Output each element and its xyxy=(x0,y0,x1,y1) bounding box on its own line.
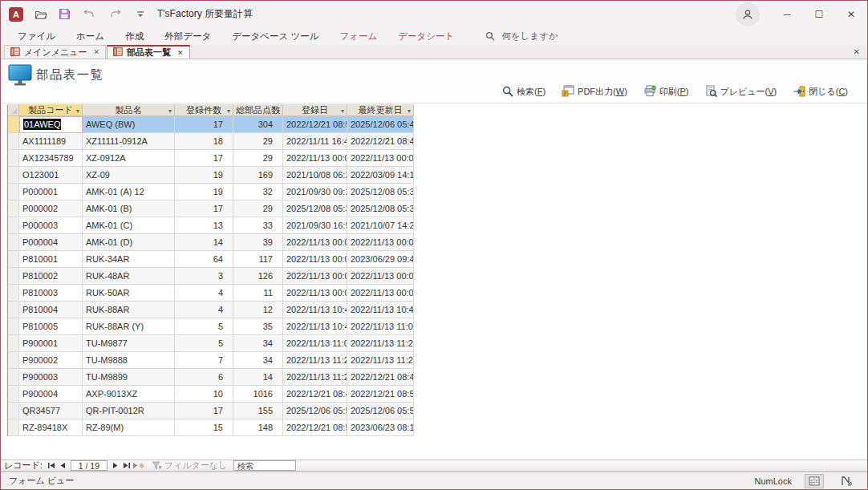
cell[interactable]: P000002 xyxy=(19,200,83,217)
cell[interactable]: 2022/11/13 00:00 xyxy=(283,234,347,251)
select-all-corner[interactable] xyxy=(8,104,19,116)
cell[interactable]: 2023/06/23 08:11 xyxy=(347,419,414,436)
cell[interactable]: P900001 xyxy=(19,335,83,352)
design-view-icon[interactable] xyxy=(837,474,856,488)
cell[interactable]: AX12345789 xyxy=(19,150,83,167)
cell[interactable]: 11 xyxy=(233,285,283,302)
cell[interactable]: 304 xyxy=(233,116,283,133)
row-selector[interactable] xyxy=(8,116,19,133)
cell[interactable]: RUK-88AR xyxy=(83,302,175,318)
cell[interactable]: 19 xyxy=(175,184,233,200)
row-selector[interactable] xyxy=(8,352,19,369)
cell[interactable]: 17 xyxy=(175,200,233,217)
cell[interactable]: 13 xyxy=(175,217,233,234)
cell[interactable]: RZ-89418X xyxy=(19,419,83,436)
close-document-icon[interactable]: ✕ xyxy=(854,47,860,56)
cell[interactable]: 2022/11/13 00:00 xyxy=(283,285,347,302)
cell[interactable]: 2025/12/06 05:58 xyxy=(347,403,414,419)
cell[interactable]: 64 xyxy=(175,251,233,268)
previous-record-icon[interactable] xyxy=(57,460,68,471)
cell[interactable]: AMK-01 (B) xyxy=(83,200,175,217)
column-header-2[interactable]: 登録件数▾ xyxy=(175,104,233,116)
row-selector[interactable] xyxy=(8,369,19,386)
cell[interactable]: AWEQ (BW) xyxy=(83,116,175,133)
cell[interactable]: AXP-9013XZ xyxy=(83,386,175,403)
cell[interactable]: 2022/11/13 00:00 xyxy=(347,150,414,167)
column-dropdown-icon[interactable]: ▾ xyxy=(277,106,280,116)
column-dropdown-icon[interactable]: ▾ xyxy=(227,106,230,116)
ribbon-tab-2[interactable]: 作成 xyxy=(115,27,154,45)
row-selector[interactable] xyxy=(8,251,19,268)
cell[interactable]: 01AWEQ xyxy=(19,116,83,133)
cell[interactable]: P000001 xyxy=(19,184,83,200)
doc-tab-1[interactable]: 部品表一覧✕ xyxy=(107,45,190,59)
ribbon-tab-3[interactable]: 外部データ xyxy=(154,27,221,45)
cell[interactable]: 2022/11/13 00:00 xyxy=(283,268,347,285)
cell[interactable]: 2022/12/21 08:52 xyxy=(283,419,347,436)
column-header-5[interactable]: 最終更新日▾ xyxy=(347,104,414,116)
cell[interactable]: 2022/11/13 10:48 xyxy=(347,302,414,318)
cell[interactable]: 32 xyxy=(233,184,283,200)
maximize-icon[interactable]: ☐ xyxy=(803,1,835,27)
cell[interactable]: 2022/11/13 00:00 xyxy=(347,268,414,285)
cell[interactable]: 2022/11/13 00:00 xyxy=(347,285,414,302)
cell[interactable]: 2021/09/30 16:58 xyxy=(283,217,347,234)
cell[interactable]: 12 xyxy=(233,302,283,318)
open-folder-icon[interactable] xyxy=(34,9,47,20)
cell[interactable]: AMK-01 (D) xyxy=(83,234,175,251)
cell[interactable]: 29 xyxy=(233,133,283,150)
row-selector[interactable] xyxy=(8,234,19,251)
save-icon[interactable] xyxy=(59,8,71,20)
column-header-0[interactable]: 製品コード▾ xyxy=(19,104,83,116)
cell[interactable]: 2022/03/09 14:13 xyxy=(347,167,414,184)
cell[interactable]: 2022/11/13 11:05 xyxy=(283,335,347,352)
cell[interactable]: 17 xyxy=(175,403,233,419)
form-toolbar-button-3[interactable]: プレビュー(V) xyxy=(705,85,777,99)
row-selector[interactable] xyxy=(8,302,19,318)
column-dropdown-icon[interactable]: ▾ xyxy=(408,106,411,116)
row-selector[interactable] xyxy=(8,403,19,419)
cell[interactable]: P900002 xyxy=(19,352,83,369)
cell[interactable]: 2022/11/13 11:05 xyxy=(347,318,414,335)
undo-icon[interactable] xyxy=(82,9,98,20)
row-selector[interactable] xyxy=(8,217,19,234)
cell[interactable]: 2021/10/07 14:20 xyxy=(347,217,414,234)
row-selector[interactable] xyxy=(8,150,19,167)
cell[interactable]: 2022/11/13 11:22 xyxy=(283,352,347,369)
cell[interactable]: RZ-89(M) xyxy=(83,419,175,436)
cell[interactable]: P810003 xyxy=(19,285,83,302)
cell[interactable]: 148 xyxy=(233,419,283,436)
cell[interactable]: 4 xyxy=(175,302,233,318)
access-logo-icon[interactable]: A xyxy=(9,7,23,22)
first-record-icon[interactable] xyxy=(46,460,57,471)
row-selector[interactable] xyxy=(8,419,19,436)
column-dropdown-icon[interactable]: ▾ xyxy=(168,106,172,116)
datasheet-view-icon[interactable] xyxy=(805,474,824,488)
cell[interactable]: 2022/12/21 08:50 xyxy=(347,386,414,403)
cell[interactable]: 17 xyxy=(175,116,233,133)
row-selector[interactable] xyxy=(8,335,19,352)
cell[interactable]: 2022/11/13 00:00 xyxy=(283,251,347,268)
column-header-3[interactable]: 総部品点数▾ xyxy=(233,104,283,116)
cell[interactable]: P810004 xyxy=(19,302,83,318)
tell-me-search[interactable]: 何をしますか xyxy=(485,30,558,43)
cell[interactable]: 2025/12/06 05:48 xyxy=(347,116,414,133)
cell[interactable]: RUK-50AR xyxy=(83,285,175,302)
row-selector[interactable] xyxy=(8,167,19,184)
cell[interactable]: P810002 xyxy=(19,268,83,285)
ribbon-tab-5[interactable]: フォーム xyxy=(329,27,387,45)
cell[interactable]: 2022/11/13 11:23 xyxy=(347,352,414,369)
cell[interactable]: 2022/11/13 11:22 xyxy=(347,335,414,352)
cell[interactable]: P000004 xyxy=(19,234,83,251)
cell[interactable]: AMK-01 (C) xyxy=(83,217,175,234)
close-icon[interactable]: ✕ xyxy=(835,1,867,27)
cell[interactable]: P810005 xyxy=(19,318,83,335)
cell[interactable]: 29 xyxy=(233,150,283,167)
cell[interactable]: 2022/12/21 08:49 xyxy=(347,133,414,150)
cell[interactable]: AX1111189 xyxy=(19,133,83,150)
cell[interactable]: TU-M9877 xyxy=(83,335,175,352)
cell[interactable]: 1016 xyxy=(233,386,283,403)
cell[interactable]: 34 xyxy=(233,335,283,352)
cell[interactable]: 2025/12/06 05:57 xyxy=(283,403,347,419)
row-selector[interactable] xyxy=(8,200,19,217)
